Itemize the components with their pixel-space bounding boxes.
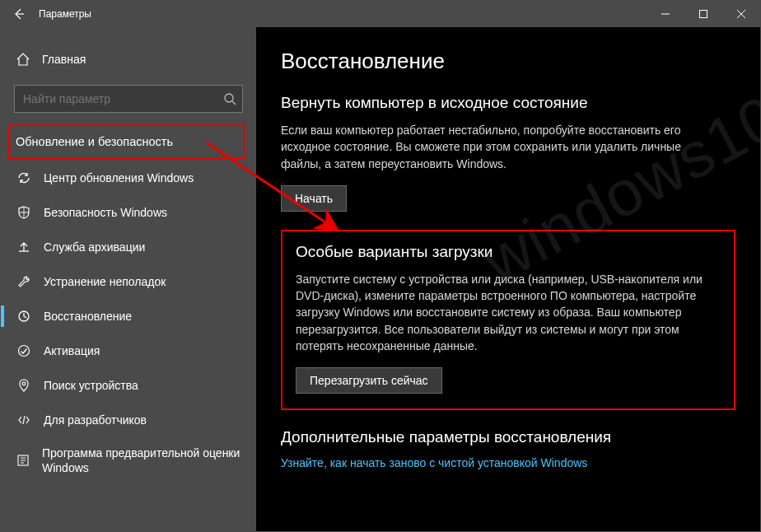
close-icon [737,10,745,18]
wrench-icon [16,274,32,289]
sidebar-item-label: Устранение неполадок [44,275,166,288]
maximize-icon [699,10,707,18]
sidebar-item-label: Центр обновления Windows [44,171,194,184]
home-icon [16,52,30,67]
shield-icon [16,205,32,220]
sidebar-item-recovery[interactable]: Восстановление [1,299,256,334]
section-more-recovery: Дополнительные параметры восстановления … [281,428,735,469]
search-wrap [14,85,243,113]
sidebar-item-windows-security[interactable]: Безопасность Windows [1,195,256,230]
sidebar-item-insider[interactable]: Программа предварительной оценки Windows [1,437,256,483]
maximize-button[interactable] [684,1,722,27]
sync-icon [16,170,32,185]
close-button[interactable] [722,1,760,27]
section-header-label: Обновление и безопасность [16,135,173,148]
reset-title: Вернуть компьютер в исходное состояние [281,94,735,112]
reset-start-button[interactable]: Начать [281,185,347,212]
search-icon [223,92,236,105]
minimize-icon [661,10,670,18]
page-title: Восстановление [281,49,735,74]
reset-body: Если ваш компьютер работает нестабильно,… [281,122,709,172]
advanced-body: Запустите систему с устройства или диска… [296,271,721,354]
svg-point-4 [22,382,26,385]
sidebar-item-label: Служба архивации [44,240,145,254]
settings-window: Параметры Главная [0,0,761,532]
insider-icon [16,453,30,468]
more-title: Дополнительные параметры восстановления [281,428,735,446]
sidebar-item-find-device[interactable]: Поиск устройства [1,368,256,403]
backup-icon [16,240,32,254]
advanced-title: Особые варианты загрузки [296,243,721,261]
section-reset: Вернуть компьютер в исходное состояние Е… [281,94,735,212]
fresh-start-link[interactable]: Узнайте, как начать заново с чистой уста… [281,456,735,469]
nav-list: Центр обновления Windows Безопасность Wi… [1,161,256,483]
restart-now-button[interactable]: Перезагрузить сейчас [296,367,442,394]
svg-point-3 [19,346,30,357]
search-input[interactable] [14,85,243,113]
window-title: Параметры [37,8,91,20]
content-area: windows10x.ru Восстановление Вернуть ком… [256,27,760,531]
sidebar-item-backup[interactable]: Служба архивации [1,230,256,264]
sidebar-item-label: Восстановление [44,310,132,323]
section-advanced-startup: Особые варианты загрузки Запустите систе… [281,230,735,410]
back-button[interactable] [1,1,37,27]
sidebar: Главная Обновление и безопасность Центр … [1,27,256,531]
sidebar-item-troubleshoot[interactable]: Устранение неполадок [1,264,256,299]
activation-icon [16,343,32,358]
window-controls [647,1,760,27]
sidebar-item-label: Поиск устройства [44,379,138,392]
home-link[interactable]: Главная [1,42,256,77]
home-label: Главная [42,53,86,66]
sidebar-item-developers[interactable]: Для разработчиков [1,403,256,437]
titlebar: Параметры [1,1,760,27]
arrow-left-icon [12,7,26,21]
sidebar-item-label: Безопасность Windows [44,206,167,219]
section-header-update-security[interactable]: Обновление и безопасность [7,124,245,159]
recovery-icon [16,309,32,324]
sidebar-item-activation[interactable]: Активация [1,334,256,368]
location-icon [16,378,32,393]
sidebar-item-label: Для разработчиков [44,413,147,427]
developer-icon [16,413,32,427]
svg-rect-0 [700,11,707,18]
minimize-button[interactable] [647,1,684,27]
svg-point-1 [225,94,233,102]
sidebar-item-label: Активация [44,344,100,357]
sidebar-item-windows-update[interactable]: Центр обновления Windows [1,161,256,195]
sidebar-item-label: Программа предварительной оценки Windows [42,446,241,475]
